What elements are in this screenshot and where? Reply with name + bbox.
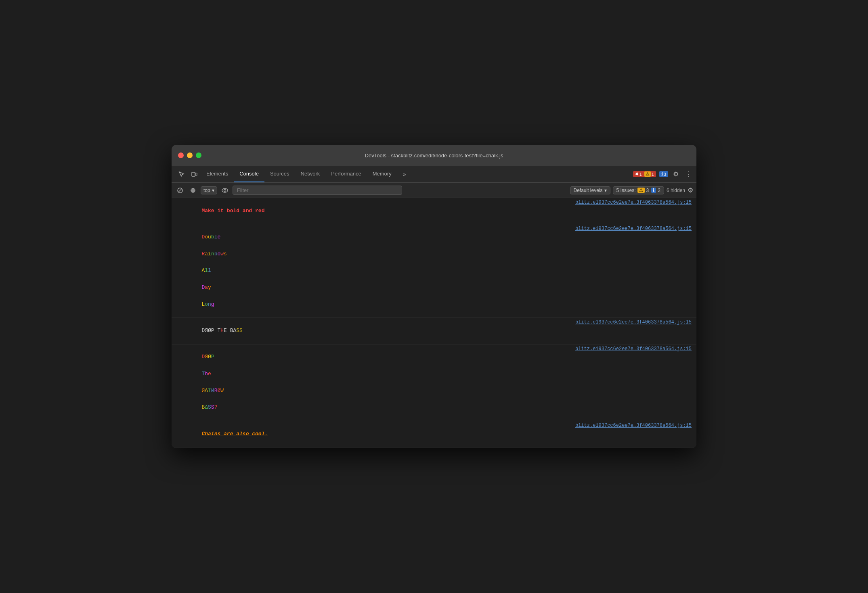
- log-source[interactable]: blitz.e1937cc6e2ee7e…3f4063378a564.js:15: [575, 319, 692, 326]
- issues-info-icon: ℹ: [651, 188, 656, 193]
- tab-memory[interactable]: Memory: [367, 166, 397, 182]
- inspect-element-icon[interactable]: [175, 168, 188, 181]
- warning-count: 1: [652, 172, 654, 177]
- error-icon: ✖: [635, 171, 639, 177]
- window-title: DevTools - stackblitz.com/edit/node-colo…: [365, 152, 503, 159]
- tab-network[interactable]: Network: [295, 166, 326, 182]
- svg-point-9: [224, 189, 226, 191]
- console-output[interactable]: Make it bold and red blitz.e1937cc6e2ee7…: [172, 198, 696, 448]
- context-selector[interactable]: top ▾: [201, 186, 217, 194]
- default-levels-dropdown[interactable]: Default levels ▾: [570, 186, 610, 194]
- maximize-button[interactable]: [196, 152, 201, 158]
- log-row: Make it bold and red blitz.e1937cc6e2ee7…: [172, 198, 696, 224]
- chevron-down-icon: ▾: [212, 188, 214, 193]
- issues-warning-icon: ⚠: [637, 188, 645, 193]
- console-settings-icon[interactable]: ⚙: [688, 186, 693, 194]
- console-toolbar: top ▾ Default levels ▾ 5 Issues: ⚠ 3 ℹ 2…: [172, 183, 696, 198]
- log-content: DЯØP THE BΔSS: [176, 318, 570, 343]
- info-icon: ℹ: [661, 171, 663, 177]
- device-toolbar-icon[interactable]: [188, 168, 201, 181]
- tab-bar: Elements Console Sources Network Perform…: [172, 166, 696, 183]
- close-button[interactable]: [178, 152, 184, 158]
- eye-icon[interactable]: [220, 185, 230, 196]
- log-source[interactable]: blitz.e1937cc6e2ee7e…3f4063378a564.js:15: [575, 422, 692, 430]
- settings-icon[interactable]: ⚙: [671, 169, 680, 180]
- more-tabs-icon[interactable]: »: [398, 168, 411, 181]
- log-source[interactable]: blitz.e1937cc6e2ee7e…3f4063378a564.js:15: [575, 225, 692, 233]
- issues-badge[interactable]: 5 Issues: ⚠ 3 ℹ 2: [613, 186, 664, 194]
- log-row: So are inverse styles! blitz.e1937cc6e2e…: [172, 447, 696, 448]
- log-content: Chains are also cool.: [176, 422, 570, 447]
- devtools-window: DevTools - stackblitz.com/edit/node-colo…: [172, 145, 696, 448]
- log-content: So are inverse styles!: [176, 448, 570, 448]
- log-row: DЯØP THE BΔSS blitz.e1937cc6e2ee7e…3f406…: [172, 318, 696, 344]
- info-badge: ℹ 3: [659, 171, 668, 177]
- log-row: Double Rainbows All Day Long blitz.e1937…: [172, 224, 696, 318]
- svg-line-3: [178, 189, 182, 192]
- traffic-lights: [178, 152, 201, 158]
- error-badge: ✖ 1 ⚠ 1: [633, 171, 656, 177]
- svg-rect-0: [192, 172, 195, 176]
- log-row: DЯØP The ЯΔIИBØW BΔSS? blitz.e1937cc6e2e…: [172, 345, 696, 421]
- log-source[interactable]: blitz.e1937cc6e2ee7e…3f4063378a564.js:15: [575, 345, 692, 353]
- tab-elements[interactable]: Elements: [201, 166, 234, 182]
- log-content: Make it bold and red: [176, 198, 570, 223]
- tab-sources[interactable]: Sources: [264, 166, 295, 182]
- hidden-count: 6 hidden: [667, 188, 685, 193]
- title-bar: DevTools - stackblitz.com/edit/node-colo…: [172, 145, 696, 166]
- svg-point-8: [222, 188, 228, 192]
- svg-rect-1: [195, 173, 197, 175]
- chevron-down-icon: ▾: [604, 188, 607, 193]
- more-options-icon[interactable]: ⋮: [683, 169, 693, 180]
- log-source[interactable]: blitz.e1937cc6e2ee7e…3f4063378a564.js:15: [575, 199, 692, 207]
- minimize-button[interactable]: [187, 152, 193, 158]
- log-content: DЯØP The ЯΔIИBØW BΔSS?: [176, 345, 570, 420]
- tab-performance[interactable]: Performance: [325, 166, 367, 182]
- filter-input[interactable]: [233, 186, 402, 195]
- tab-console[interactable]: Console: [234, 166, 264, 182]
- clear-console-icon[interactable]: [175, 185, 185, 196]
- tab-bar-right: ✖ 1 ⚠ 1 ℹ 3 ⚙ ⋮: [633, 169, 693, 180]
- info-count: 3: [664, 172, 666, 177]
- filter-icon[interactable]: [188, 185, 198, 196]
- log-content: Double Rainbows All Day Long: [176, 225, 570, 317]
- warning-icon: ⚠: [644, 171, 651, 177]
- error-count: 1: [639, 172, 642, 177]
- log-row: Chains are also cool. blitz.e1937cc6e2ee…: [172, 421, 696, 447]
